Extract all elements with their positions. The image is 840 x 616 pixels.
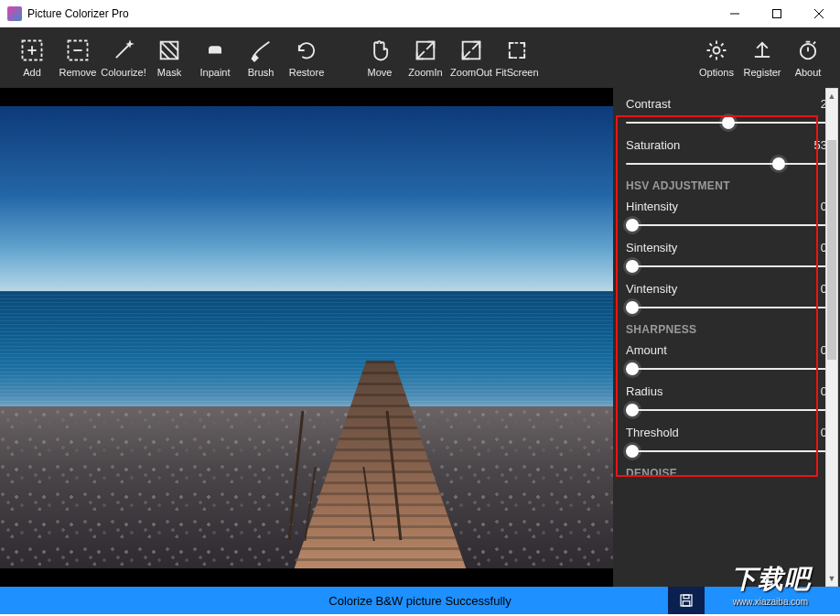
zoomin-button[interactable]: ZoomIn — [403, 30, 448, 85]
svg-point-23 — [714, 48, 720, 54]
remove-button[interactable]: Remove — [55, 30, 101, 85]
fitscreen-button[interactable]: FitScreen — [494, 30, 540, 85]
svg-rect-1 — [773, 9, 781, 17]
scroll-up-button[interactable]: ▲ — [826, 89, 837, 103]
about-label: About — [795, 67, 822, 78]
stopwatch-icon — [795, 38, 821, 63]
preview-image — [0, 106, 613, 568]
add-icon — [19, 38, 45, 63]
brush-button[interactable]: Brush — [238, 30, 284, 85]
colourize-label: Colourize! — [101, 67, 146, 78]
denoise-section-title: DENOISE — [626, 467, 827, 480]
panel-scrollbar[interactable]: ▲ ▼ — [825, 88, 838, 587]
svg-rect-31 — [683, 601, 690, 606]
app-icon — [7, 6, 22, 21]
options-label: Options — [699, 67, 734, 78]
titlebar: Picture Colorizer Pro — [0, 0, 840, 27]
image-canvas[interactable] — [0, 88, 613, 587]
svg-line-17 — [426, 42, 434, 49]
undo-icon — [294, 38, 319, 63]
app-title: Picture Colorizer Pro — [27, 7, 129, 20]
gear-icon — [704, 38, 729, 63]
register-label: Register — [744, 67, 781, 78]
svg-rect-22 — [510, 43, 524, 58]
inpaint-button[interactable]: Inpaint — [192, 30, 238, 85]
amount-control: Amount0 — [626, 343, 827, 375]
radius-label: Radius — [626, 384, 662, 398]
add-button[interactable]: Add — [9, 30, 55, 85]
fit-screen-icon — [504, 38, 530, 63]
svg-line-11 — [161, 42, 178, 59]
inpaint-label: Inpaint — [199, 67, 230, 78]
threshold-label: Threshold — [626, 426, 679, 439]
hintensity-slider[interactable] — [626, 219, 827, 232]
amount-slider[interactable] — [626, 362, 827, 375]
svg-line-20 — [472, 42, 479, 49]
vintensity-control: Vintensity0 — [626, 282, 827, 314]
sintensity-slider[interactable] — [626, 260, 827, 273]
mask-button[interactable]: Mask — [146, 30, 192, 85]
content: Contrast2 Saturation53 HSV ADJUSTMENT Hi… — [0, 88, 840, 587]
mask-icon — [156, 38, 182, 63]
svg-line-13 — [169, 42, 178, 50]
register-button[interactable]: Register — [739, 30, 785, 85]
adjustments-panel: Contrast2 Saturation53 HSV ADJUSTMENT Hi… — [613, 88, 840, 587]
zoomout-button[interactable]: ZoomOut — [448, 30, 494, 85]
wand-icon — [111, 38, 136, 63]
minimize-button[interactable] — [714, 0, 756, 27]
restore-button[interactable]: Restore — [284, 30, 329, 85]
svg-line-21 — [463, 51, 470, 59]
add-label: Add — [23, 67, 41, 78]
statusbar: Colorize B&W picture Successfully — [0, 587, 840, 614]
contrast-label: Contrast — [626, 97, 671, 111]
zoomin-label: ZoomIn — [408, 67, 442, 78]
sintensity-label: Sintensity — [626, 241, 677, 254]
brush-label: Brush — [248, 67, 275, 78]
svg-rect-15 — [209, 54, 221, 58]
toolbar: Add Remove Colourize! Mask Inpaint Brush… — [0, 27, 840, 88]
scrollbar-thumb[interactable] — [827, 140, 836, 360]
threshold-slider[interactable] — [626, 445, 827, 458]
radius-slider[interactable] — [626, 404, 827, 416]
threshold-control: Threshold0 — [626, 426, 827, 458]
save-icon — [678, 592, 695, 609]
zoomout-label: ZoomOut — [450, 67, 492, 78]
upload-icon — [749, 38, 775, 63]
hand-icon — [367, 38, 393, 63]
svg-line-12 — [161, 50, 169, 59]
hintensity-control: Hintensity0 — [626, 200, 827, 232]
save-button[interactable] — [668, 587, 705, 614]
svg-rect-30 — [684, 595, 689, 599]
remove-icon — [65, 38, 91, 63]
remove-label: Remove — [59, 67, 97, 78]
colourize-button[interactable]: Colourize! — [101, 30, 146, 85]
saturation-slider[interactable] — [626, 157, 827, 170]
amount-label: Amount — [626, 343, 667, 357]
svg-point-25 — [801, 44, 815, 59]
sintensity-control: Sintensity0 — [626, 241, 827, 273]
sharpness-section-title: SHARPNESS — [626, 323, 827, 336]
move-button[interactable]: Move — [357, 30, 403, 85]
move-label: Move — [368, 67, 393, 78]
radius-control: Radius0 — [626, 384, 827, 416]
contrast-slider[interactable] — [626, 116, 827, 129]
hsv-section-title: HSV ADJUSTMENT — [626, 179, 827, 192]
hintensity-label: Hintensity — [626, 200, 678, 213]
zoom-out-icon — [458, 38, 484, 63]
svg-line-28 — [813, 42, 815, 44]
maximize-button[interactable] — [756, 0, 798, 27]
fitscreen-label: FitScreen — [495, 67, 538, 78]
vintensity-slider[interactable] — [626, 301, 827, 314]
close-button[interactable] — [798, 0, 840, 27]
about-button[interactable]: About — [785, 30, 831, 85]
scroll-down-button[interactable]: ▼ — [826, 571, 837, 586]
saturation-label: Saturation — [626, 138, 680, 152]
restore-label: Restore — [289, 67, 325, 78]
svg-line-18 — [417, 51, 425, 59]
eraser-icon — [202, 38, 228, 63]
brush-icon — [248, 38, 274, 63]
saturation-control: Saturation53 — [626, 138, 827, 170]
options-button[interactable]: Options — [694, 30, 739, 85]
contrast-control: Contrast2 — [626, 97, 827, 129]
vintensity-label: Vintensity — [626, 282, 677, 296]
